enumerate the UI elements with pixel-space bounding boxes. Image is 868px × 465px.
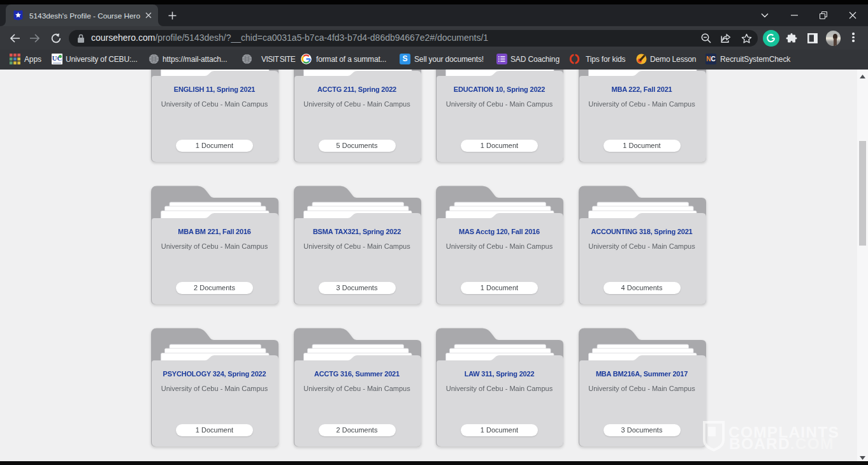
svg-text:BOARD.COM: BOARD.COM: [729, 435, 834, 452]
